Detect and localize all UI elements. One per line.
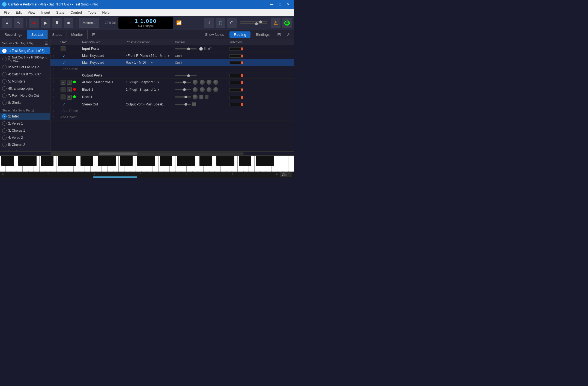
setlist-item-5[interactable]: 5: Monsters bbox=[0, 78, 50, 85]
setlist-menu-btn[interactable]: ☰ bbox=[44, 41, 48, 45]
black-key-16[interactable] bbox=[126, 156, 133, 166]
blue3-expand[interactable]: + bbox=[61, 87, 65, 92]
black-key-6[interactable] bbox=[47, 156, 53, 166]
knob-4front-4[interactable] bbox=[213, 80, 218, 85]
metronome-icon[interactable]: 🎵 bbox=[216, 18, 225, 28]
rack1-collapse[interactable]: − bbox=[61, 95, 65, 99]
tab-bindings[interactable]: Bindings bbox=[252, 31, 274, 38]
blue3-drag[interactable]: ⠿ bbox=[50, 86, 58, 93]
note-icon[interactable]: ♩ bbox=[204, 18, 214, 28]
metronome-button[interactable]: Metron... bbox=[79, 18, 99, 28]
menu-control[interactable]: Control bbox=[68, 10, 85, 15]
knob-blue3-4[interactable] bbox=[213, 87, 218, 92]
minimize-button[interactable]: — bbox=[268, 1, 276, 7]
menu-insert[interactable]: Insert bbox=[38, 10, 53, 15]
setlist-item-7[interactable]: 7: From Here On Out bbox=[0, 92, 50, 99]
row-stereo-out[interactable]: ⠿ ✓ Stereo Out Output Port - Main Speak.… bbox=[50, 101, 294, 108]
black-key-26[interactable] bbox=[205, 156, 212, 166]
warning-icon[interactable]: ⚠ bbox=[271, 18, 280, 28]
menu-state[interactable]: State bbox=[53, 10, 67, 15]
tab-recordings[interactable]: Recordings bbox=[0, 30, 27, 39]
rack1-sq2[interactable] bbox=[205, 95, 208, 99]
state-item-3[interactable]: 3: Chorus 1 bbox=[0, 127, 50, 134]
knob-blue3-1[interactable] bbox=[193, 87, 198, 92]
power-button[interactable]: ⏻ bbox=[282, 18, 292, 28]
add-route-1-label[interactable]: Add Route bbox=[58, 66, 227, 72]
add-route-2-label[interactable]: Add Route bbox=[58, 108, 227, 114]
menu-edit[interactable]: Edit bbox=[13, 10, 24, 15]
knob-rack1[interactable] bbox=[193, 95, 198, 99]
black-key-31[interactable] bbox=[245, 156, 252, 166]
row-rack1[interactable]: ⠿ − ⧉ Rack 1 bbox=[50, 93, 294, 101]
share-icon[interactable]: ↗ bbox=[284, 31, 292, 38]
toolbar-cursor[interactable]: ↖ bbox=[14, 18, 23, 28]
setlist-item-8[interactable]: 8: Gloria bbox=[0, 99, 50, 106]
black-key-4[interactable] bbox=[30, 156, 37, 166]
white-key-49[interactable] bbox=[277, 156, 283, 172]
rack1-sq1[interactable] bbox=[199, 95, 203, 99]
drag-handle[interactable]: ⠿ bbox=[50, 45, 58, 52]
setlist-item-6[interactable]: 48: arturiaplugins bbox=[0, 85, 50, 92]
menu-tools[interactable]: Tools bbox=[85, 10, 99, 15]
scroll-thumb[interactable] bbox=[99, 152, 138, 155]
input-ports-collapse[interactable]: − bbox=[61, 46, 65, 51]
horizontal-scrollbar[interactable] bbox=[0, 151, 294, 155]
row-main-keyboard-1[interactable]: ⠿ ✓ Main Keyboard 4Front R-Piano x64 1 -… bbox=[50, 52, 294, 59]
rack1-copy[interactable]: ⧉ bbox=[67, 95, 72, 100]
stereo-drag[interactable]: ⠿ bbox=[50, 101, 58, 108]
white-key-51[interactable] bbox=[288, 156, 294, 172]
setlist-item-1[interactable]: ✓ 1: Test Song (Part 1 of 5) bbox=[0, 47, 50, 54]
black-key-1[interactable] bbox=[7, 156, 14, 166]
add-object-label[interactable]: Add Object bbox=[58, 114, 227, 120]
4front-expand[interactable]: + bbox=[61, 80, 65, 85]
row-add-route-1[interactable]: ⠿ Add Route bbox=[50, 66, 294, 72]
clock-icon[interactable]: ⏱ bbox=[227, 18, 237, 28]
blue3-down[interactable]: ↓ bbox=[67, 87, 72, 92]
black-key-21[interactable] bbox=[165, 156, 172, 166]
drag-handle[interactable]: ⠿ bbox=[50, 59, 58, 66]
black-key-9[interactable] bbox=[69, 156, 76, 166]
menu-file[interactable]: File bbox=[1, 10, 12, 15]
black-key-34[interactable] bbox=[267, 156, 274, 166]
knob-4front-3[interactable] bbox=[207, 80, 211, 85]
knob-blue3-2[interactable] bbox=[200, 87, 205, 92]
toolbar-stop[interactable]: ■ bbox=[64, 18, 73, 28]
4front-drag[interactable]: ⠿ bbox=[50, 79, 58, 86]
black-key-14[interactable] bbox=[109, 156, 116, 166]
state-item-new[interactable]: New State bbox=[0, 148, 50, 151]
tab-states[interactable]: States bbox=[48, 30, 67, 39]
knob-4front-1[interactable] bbox=[193, 80, 198, 85]
state-item-5[interactable]: 5: Chorus 2 bbox=[0, 141, 50, 148]
toolbar-record[interactable]: ● bbox=[29, 18, 39, 28]
state-item-2[interactable]: 2: Verse 1 bbox=[0, 120, 50, 127]
black-key-11[interactable] bbox=[86, 156, 93, 166]
drag-handle[interactable]: ⠿ bbox=[50, 52, 58, 59]
state-item-1[interactable]: ✓ 1: Intro bbox=[0, 113, 50, 120]
toolbar-play[interactable]: ▶ bbox=[41, 18, 50, 28]
knob-4front-2[interactable] bbox=[200, 80, 205, 85]
black-key-29[interactable] bbox=[228, 156, 234, 166]
black-key-19[interactable] bbox=[148, 156, 155, 166]
4front-down[interactable]: ↓ bbox=[67, 80, 72, 85]
setlist-item-3[interactable]: 3: Ain't Got Far To Go bbox=[0, 64, 50, 71]
state-item-4[interactable]: 4: Verse 2 bbox=[0, 134, 50, 141]
grid-btn[interactable]: ⊞ bbox=[88, 30, 100, 39]
tab-monitor[interactable]: Monitor bbox=[67, 30, 88, 39]
row-plugin-4front[interactable]: ⠿ + ↓ 4Front R-Piano x64 1 1: Plugin Sna… bbox=[50, 79, 294, 86]
rack1-drag[interactable]: ⠿ bbox=[50, 93, 58, 101]
row-add-object[interactable]: ⠿ Add Object bbox=[50, 114, 294, 120]
row-main-keyboard-2[interactable]: ⠿ ✓ Main Keyboard Rack 1 - MIDI In ▼ Omn… bbox=[50, 59, 294, 66]
stereo-sq[interactable] bbox=[192, 102, 196, 106]
menu-help[interactable]: Help bbox=[99, 10, 112, 15]
toolbar-pause[interactable]: ⏸ bbox=[52, 18, 62, 28]
tab-setlist[interactable]: Set List bbox=[27, 30, 48, 39]
close-button[interactable]: ✕ bbox=[284, 1, 292, 7]
white-key-50[interactable] bbox=[283, 156, 289, 172]
maximize-button[interactable]: □ bbox=[276, 1, 284, 7]
row-plugin-blue3[interactable]: ⠿ + ↓ Blue3 1 1: Plugin Snapshot 1 ▼ bbox=[50, 86, 294, 93]
grid-view-icon[interactable]: ⊞ bbox=[275, 31, 283, 38]
toolbar-icon1[interactable]: ▲ bbox=[2, 18, 12, 28]
piano-keys[interactable]: // Generate piano keys inline via DOM (f… bbox=[0, 156, 294, 172]
row-add-route-2[interactable]: ⠿ Add Route bbox=[50, 108, 294, 114]
scroll-track[interactable] bbox=[50, 152, 244, 155]
